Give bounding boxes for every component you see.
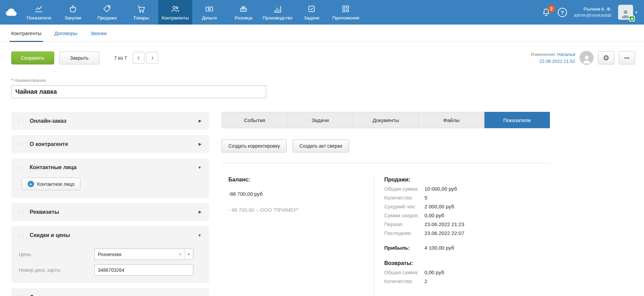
- changes-date-link[interactable]: 22.06.2022 21:52: [531, 58, 575, 65]
- stat-value: 10 000,00 руб: [424, 186, 457, 192]
- create-correction-button[interactable]: Создать корректировку: [222, 139, 287, 152]
- panel-actions: Создать корректировку Создать акт сверки: [222, 139, 550, 152]
- close-button[interactable]: Закрыть: [59, 51, 100, 64]
- user-email: admin@sevkavlab: [574, 12, 612, 18]
- name-input[interactable]: [11, 85, 266, 98]
- stat-row: Средний чек: 2 000,00 руб: [384, 204, 464, 209]
- section-about-counterparty: ⋮⋮ О контрагенте ▶: [11, 135, 209, 153]
- section-header-contact-persons[interactable]: ⋮⋮ Контактные лица ▼: [11, 158, 209, 176]
- stat-value: 2: [424, 278, 427, 284]
- tab-events[interactable]: События: [222, 112, 287, 128]
- drag-handle-icon[interactable]: ⋮⋮: [17, 233, 24, 237]
- nav-item-label: Задачи: [304, 15, 319, 20]
- nav-item-label: Показатели: [27, 15, 51, 20]
- create-reconciliation-button[interactable]: Создать акт сверки: [293, 139, 349, 152]
- tab-label: Показатели: [503, 117, 531, 123]
- section-header-about-counterparty[interactable]: ⋮⋮ О контрагенте ▶: [11, 135, 209, 153]
- nav-item-tasks[interactable]: Задачи: [295, 0, 329, 25]
- tab-indicators[interactable]: Показатели: [484, 112, 550, 128]
- tab-contracts[interactable]: Договоры: [48, 25, 84, 42]
- nav-item-indicators[interactable]: Показатели: [22, 0, 56, 25]
- indicators-icon: [34, 4, 43, 13]
- record-toolbar: Сохранить Закрыть 7 из 7 Изменения: Ната…: [0, 42, 644, 65]
- section-header-requisites[interactable]: ⋮⋮ Реквизиты ▶: [11, 203, 209, 221]
- sales-icon: [103, 4, 111, 13]
- stat-label: Общая сумма:: [384, 186, 424, 192]
- help-button[interactable]: ?: [558, 8, 567, 17]
- last-changes-info: Изменения: Наталья 22.06.2022 21:52: [531, 51, 575, 64]
- tab-tasks[interactable]: Задачи: [287, 112, 353, 128]
- discount-card-input[interactable]: [94, 264, 193, 276]
- drag-handle-icon[interactable]: ⋮⋮: [17, 119, 24, 123]
- tab-counterparties[interactable]: Контрагенты: [5, 25, 48, 42]
- section-title: Реквизиты: [30, 209, 199, 215]
- panel-divider: [222, 163, 550, 163]
- prices-selected-value: Розничная: [95, 252, 177, 257]
- chevron-down-icon[interactable]: ▾: [184, 249, 193, 260]
- tab-label: Документы: [373, 117, 399, 123]
- section-body-discounts-prices: Цены Розничная × ▾ Номер диск. карты: [11, 249, 209, 283]
- sales-block: Продажи: Общая сумма: 10 000,00 руб Коли…: [374, 177, 464, 294]
- nav-item-goods[interactable]: Товары: [124, 0, 158, 25]
- settings-button[interactable]: ⚙: [598, 51, 614, 64]
- user-menu[interactable]: ▾: [618, 5, 637, 20]
- prev-record-button[interactable]: [133, 52, 145, 64]
- returns-title: Возвраты:: [384, 260, 464, 266]
- nav-item-purchases[interactable]: Закупки: [56, 0, 90, 25]
- balance-breakdown: - 88 700,00 – ООО "ПРИМЕР": [228, 207, 363, 213]
- changes-author-link[interactable]: Наталья: [557, 52, 575, 57]
- section-title: Доступ: [30, 294, 198, 296]
- production-icon: [273, 4, 282, 13]
- stat-value: 5: [424, 195, 427, 201]
- balance-amount: -88 700,00 руб: [228, 191, 363, 197]
- section-tabs: Контрагенты Договоры Звонки: [0, 25, 644, 42]
- nav-item-retail[interactable]: Розница: [226, 0, 260, 25]
- person-icon: [581, 54, 592, 65]
- next-record-button[interactable]: [146, 52, 158, 64]
- add-contact-person-button[interactable]: + Контактное лицо: [21, 178, 80, 190]
- nav-item-label: Закупки: [64, 15, 81, 20]
- prices-select[interactable]: Розничная × ▾: [94, 249, 193, 260]
- drag-handle-icon[interactable]: ⋮⋮: [17, 165, 24, 169]
- section-contact-persons: ⋮⋮ Контактные лица ▼ + Контактное лицо: [11, 158, 209, 198]
- save-button[interactable]: Сохранить: [11, 51, 54, 64]
- tab-label: События: [244, 117, 265, 123]
- name-field-block: *Наименование: [0, 65, 644, 98]
- cloud-logo-icon: [4, 6, 17, 19]
- nav-item-production[interactable]: Производство: [260, 0, 295, 25]
- topbar-right-cluster: 2 ? Рылеев К. Ф. admin@sevkavlab ▾: [541, 0, 644, 25]
- notifications-button[interactable]: 2: [541, 8, 551, 17]
- question-icon: ?: [561, 10, 564, 15]
- tab-label: Задачи: [312, 117, 329, 123]
- section-header-online-order[interactable]: ⋮⋮ Онлайн-заказ ▶: [11, 112, 209, 130]
- tab-label: Договоры: [54, 30, 77, 36]
- nav-item-money[interactable]: Деньги: [192, 0, 226, 25]
- section-header-discounts-prices[interactable]: ⋮⋮ Скидки и цены ▼: [11, 226, 209, 244]
- gear-icon: ⚙: [603, 54, 610, 62]
- nav-item-counterparties[interactable]: Контрагенты: [158, 0, 192, 25]
- drag-handle-icon[interactable]: ⋮⋮: [17, 210, 24, 214]
- section-header-access[interactable]: ⋮⋮ Доступ ▼: [11, 288, 209, 296]
- more-actions-button[interactable]: •••: [619, 51, 635, 64]
- drag-handle-icon[interactable]: ⋮⋮: [17, 142, 24, 146]
- record-pager-text: 7 из 7: [114, 55, 127, 61]
- stat-row: Первая: 23.06.2022 21:23: [384, 221, 464, 227]
- tab-files[interactable]: Файлы: [419, 112, 484, 128]
- nav-item-apps[interactable]: Приложения: [329, 0, 363, 25]
- user-info[interactable]: Рылеев К. Ф. admin@sevkavlab: [574, 6, 612, 18]
- tab-label: Файлы: [443, 117, 460, 123]
- nav-item-label: Розница: [235, 15, 252, 20]
- stat-row: Количество: 2: [384, 278, 464, 284]
- clear-selection-icon[interactable]: ×: [177, 252, 184, 257]
- nav-item-sales[interactable]: Продажи: [90, 0, 124, 25]
- tab-calls[interactable]: Звонки: [84, 25, 113, 42]
- stat-row: Последняя: 23.06.2022 22:07: [384, 230, 464, 236]
- stat-row: Общая сумма: 10 000,00 руб: [384, 186, 464, 192]
- tab-documents[interactable]: Документы: [353, 112, 419, 128]
- user-avatar: [618, 5, 633, 20]
- stat-value: 23.06.2022 22:07: [424, 230, 464, 236]
- user-name: Рылеев К. Ф.: [574, 6, 612, 12]
- section-title: Скидки и цены: [30, 232, 198, 238]
- app-logo[interactable]: [0, 0, 22, 25]
- section-discounts-prices: ⋮⋮ Скидки и цены ▼ Цены Розничная × ▾ Но…: [11, 226, 209, 283]
